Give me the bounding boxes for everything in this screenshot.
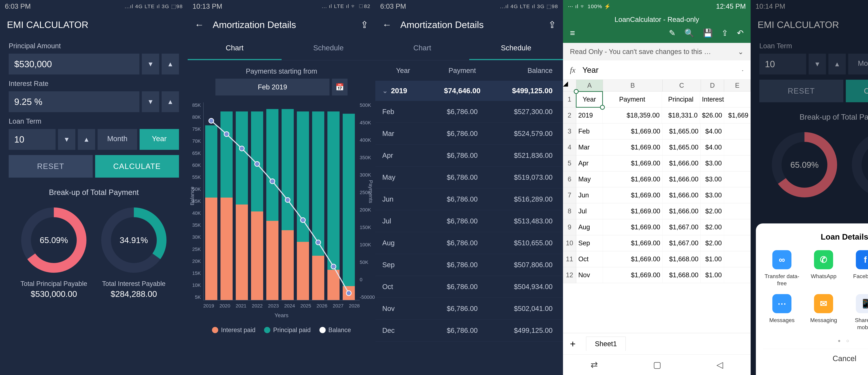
status-bar: 10:13 PM ... ıl LTE ıl ᯤ ⬚82 [188,0,375,12]
start-date-input[interactable]: Feb 2019 [215,79,330,95]
svg-point-5 [224,132,229,136]
table-row[interactable]: 11 Oct $1,669.00 $1,668.00 $1.00 [563,251,751,267]
share-target[interactable]: ⋯Messages [763,294,801,331]
tab-chart[interactable]: Chart [188,37,282,60]
interest-payable-label: Total Interest Payable [99,280,168,287]
schedule-month-row[interactable]: Aug$6,786.00$510,655.00 [375,232,563,254]
schedule-month-row[interactable]: Mar$6,786.00$524,579.00 [375,123,563,145]
schedule-header: Year Payment Balance [375,60,563,81]
status-icons: ... ıl LTE ıl ᯤ ⬚82 [322,3,370,9]
schedule-month-row[interactable]: Feb$6,786.00$527,300.00 [375,101,563,123]
principal-payable-label: Total Principal Payable [19,280,89,287]
table-row[interactable]: 4 Mar $1,669.00 $1,665.00 $4.00 [563,139,751,155]
readonly-banner[interactable]: Read Only - You can't save changes to th… [563,43,751,60]
share-target[interactable]: fFacebook [846,250,868,287]
schedule-month-row[interactable]: Dec$6,786.00$499,125.00 [375,320,563,342]
status-bar: ⋯ ıl ᯤ 100% ⚡ 12:45 PM [563,0,751,12]
table-row[interactable]: 3 Feb $1,669.00 $1,665.00 $4.00 [563,123,751,139]
term-unit-year[interactable]: Year [140,129,179,150]
rate-down[interactable]: ▼ [142,91,159,112]
svg-point-6 [239,146,244,151]
share-target[interactable]: 📱Share to mobile [846,294,868,331]
share-icon[interactable]: ⇪ [548,19,556,30]
table-row[interactable]: 9 Aug $1,669.00 $1,667.00 $2.00 [563,219,751,235]
menu-icon[interactable]: ≡ [570,28,575,38]
schedule-month-row[interactable]: Oct$6,786.00$504,934.00 [375,276,563,298]
schedule-month-row[interactable]: Sep$6,786.00$507,806.00 [375,254,563,276]
share-icon[interactable]: ⇪ [361,19,368,30]
term-input[interactable]: 10 [9,129,56,150]
tab-schedule[interactable]: Schedule [282,37,375,60]
share-target[interactable]: ✉Messaging [804,294,843,331]
donut-principal: 65.09% [19,206,89,275]
share-target[interactable]: ∞Transfer data-free [763,250,801,287]
select-all-corner[interactable]: ◢ [563,80,576,91]
table-row[interactable]: 7 Jun $1,669.00 $1,666.00 $3.00 [563,187,751,203]
principal-label: Principal Amount [9,42,179,50]
svg-point-12 [331,264,336,269]
calendar-icon[interactable]: 📅 [332,79,347,95]
table-row[interactable]: 8 Jul $1,669.00 $1,666.00 $2.00 [563,203,751,219]
share-cancel-button[interactable]: Cancel [763,349,868,368]
chevron-down-icon[interactable]: ⌄ [741,68,744,72]
col-headers[interactable]: ◢ A B C D E [563,80,751,92]
table-row[interactable]: 1 Year Payment Principal Interest [563,92,751,107]
calculate-button[interactable]: CALCULATE [95,155,179,178]
tab-schedule[interactable]: Schedule [469,37,563,60]
svg-point-7 [255,161,259,166]
schedule-month-row[interactable]: May$6,786.00$519,073.00 [375,166,563,188]
svg-point-10 [301,218,305,223]
page-title: Amortization Details [213,19,352,30]
back-icon[interactable]: ← [195,19,204,30]
home-icon[interactable]: ▢ [653,360,661,370]
schedule-month-row[interactable]: Nov$6,786.00$502,041.00 [375,298,563,320]
schedule-month-row[interactable]: Apr$6,786.00$521,836.00 [375,145,563,166]
tab-chart[interactable]: Chart [375,37,469,60]
share-icon[interactable]: ⇪ [721,28,728,38]
schedule-month-row[interactable]: Jul$6,786.00$513,483.00 [375,210,563,232]
rate-up[interactable]: ▲ [162,91,179,112]
schedule-year-row[interactable]: ⌄ 2019 $74,646.00 $499,125.00 [375,81,563,101]
add-sheet-icon[interactable]: + [566,338,579,349]
principal-down[interactable]: ▼ [142,54,159,74]
page-indicator: ● ○ [763,338,868,344]
undo-icon[interactable]: ↶ [737,28,744,38]
sheet-tab[interactable]: Sheet1 [586,337,626,351]
table-row[interactable]: 5 Apr $1,669.00 $1,666.00 $3.00 [563,155,751,171]
back-icon[interactable]: ◁ [716,360,723,370]
fx-icon: fx [570,66,576,74]
search-icon[interactable]: 🔍 [684,28,694,38]
principal-payable-value: $530,000.00 [19,289,89,299]
document-title: LoanCalculator - Read-only [563,12,751,25]
edit-icon[interactable]: ✎ [669,28,676,38]
principal-up[interactable]: ▲ [162,54,179,74]
rate-input[interactable]: 9.25 % [9,91,140,112]
android-nav: ⇄ ▢ ◁ [563,354,751,375]
status-time: 12:45 PM [716,2,746,10]
save-icon[interactable]: 💾 [703,28,713,38]
term-down[interactable]: ▼ [58,129,75,150]
schedule-month-row[interactable]: Jun$6,786.00$516,289.00 [375,188,563,210]
formula-bar[interactable]: fx Year ⌄ [563,60,751,80]
chevron-down-icon: ⌄ [382,87,391,95]
status-icons: ...ıl 4G LTE ıl 3G ⬚98 [500,3,558,9]
rate-label: Interest Rate [9,80,179,88]
principal-input[interactable]: $530,000 [9,54,140,74]
table-row[interactable]: 2 2019 $18,359.00 $18,331.0 $26.00 $1,66… [563,107,751,123]
share-title: Loan Details [763,232,868,242]
table-row[interactable]: 6 May $1,669.00 $1,666.00 $3.00 [563,171,751,187]
svg-point-9 [285,197,290,202]
breakup-title: Break-up of Total Payment [9,188,179,197]
back-icon[interactable]: ← [382,19,392,30]
table-row[interactable]: 12 Nov $1,669.00 $1,668.00 $1.00 [563,267,751,283]
interest-payable-value: $284,288.00 [99,289,168,299]
table-row[interactable]: 10 Sep $1,669.00 $1,667.00 $2.00 [563,235,751,251]
svg-point-13 [346,291,351,296]
reset-button[interactable]: RESET [9,155,93,178]
status-time: 10:13 PM [192,2,222,10]
status-time: 6:03 PM [5,2,31,10]
term-unit-month[interactable]: Month [98,129,137,150]
term-up[interactable]: ▲ [78,129,95,150]
share-target[interactable]: ✆WhatsApp [804,250,843,287]
recent-icon[interactable]: ⇄ [591,360,598,370]
